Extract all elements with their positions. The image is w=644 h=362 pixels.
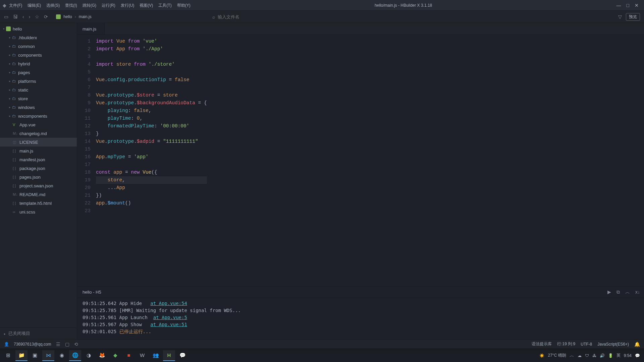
console-tab[interactable]: hello - H5 (81, 290, 103, 295)
encoding[interactable]: UTF-8 (581, 342, 592, 347)
menu-run[interactable]: 运行(R) (99, 0, 118, 11)
app-teams[interactable]: 👥 (150, 350, 162, 361)
console-link[interactable]: at App.vue:5 (153, 315, 187, 320)
chevron-up-icon[interactable]: ︿ (570, 353, 574, 359)
weather-icon[interactable]: ☀️ (539, 353, 544, 358)
app-chrome[interactable]: ◉ (56, 350, 68, 361)
save-icon[interactable]: 🖫 (13, 14, 18, 19)
code-content[interactable]: import Vue from 'vue'import App from './… (96, 35, 207, 286)
maximize-button[interactable]: □ (627, 3, 629, 8)
menu-edit[interactable]: 编辑(E) (25, 0, 44, 11)
file-tree[interactable]: ▾ hello ▸🗀.hbuilderx▸🗀common▸🗀components… (0, 23, 77, 327)
app-chat[interactable]: 💬 (176, 350, 189, 361)
volume-icon[interactable]: 🔊 (600, 353, 605, 358)
closed-projects[interactable]: ▸ 已关闭项目 (0, 327, 77, 339)
file-main.js[interactable]: [ ]main.js (0, 146, 77, 155)
app-word[interactable]: W (136, 350, 148, 361)
console-output[interactable]: 09:51:25.642 App Hide at App.vue:5409:51… (77, 298, 644, 339)
menu-select[interactable]: 选择(S) (44, 0, 62, 11)
language-mode[interactable]: JavaScript(ES6+) (597, 342, 629, 347)
ime-indicator[interactable]: 英 (616, 353, 621, 358)
notifications-icon[interactable]: 💬 (635, 353, 640, 358)
chevron-right-icon[interactable]: ▸ (7, 36, 12, 39)
file-pages.json[interactable]: [ ]pages.json (0, 173, 77, 181)
search-input[interactable] (218, 14, 285, 19)
chevron-right-icon[interactable]: ▸ (7, 88, 12, 92)
external-icon[interactable]: ⧉ (616, 289, 620, 295)
menu-help[interactable]: 帮助(Y) (174, 0, 193, 11)
start-button[interactable]: ⊞ (2, 350, 14, 361)
terminal-icon[interactable]: ▢ (65, 342, 69, 347)
app-steam[interactable]: ◑ (83, 350, 95, 361)
security-icon[interactable]: 🛡 (585, 353, 589, 358)
console-link[interactable]: at App.vue:54 (150, 301, 187, 306)
app-edge[interactable]: 🌐 (69, 350, 81, 361)
menu-find[interactable]: 查找(I) (62, 0, 79, 11)
network-icon[interactable]: 🖧 (592, 353, 596, 358)
onedrive-icon[interactable]: ☁ (578, 353, 582, 358)
play-icon[interactable]: ▶ (607, 289, 611, 295)
file-explorer[interactable]: 📁 (15, 350, 28, 361)
project-root[interactable]: ▾ hello (0, 24, 77, 33)
chevron-right-icon[interactable]: ▸ (7, 79, 12, 83)
user-icon[interactable]: 👤 (4, 342, 9, 347)
weather-text[interactable]: 27°C 晴朗 (548, 353, 566, 358)
chevron-right-icon[interactable]: ▸ (7, 97, 12, 100)
file-uni.scss[interactable]: ∞uni.scss (0, 207, 77, 216)
filter-icon[interactable]: ▽ (618, 14, 622, 19)
chevron-right-icon[interactable]: ▸ (7, 71, 12, 74)
menu-publish[interactable]: 发行(U) (118, 0, 137, 11)
menu-tools[interactable]: 工具(T) (156, 0, 174, 11)
chevron-right-icon[interactable]: ▸ (7, 62, 12, 65)
star-icon[interactable]: ☆ (35, 14, 39, 19)
code-editor[interactable]: 1234567891011121314151617181920212223 im… (77, 35, 644, 286)
menu-view[interactable]: 视图(V) (137, 0, 156, 11)
file-README.md[interactable]: M↓README.md (0, 190, 77, 199)
app-red[interactable]: ■ (123, 350, 135, 361)
file-changelog.md[interactable]: M↓changelog.md (0, 129, 77, 138)
breadcrumb-file[interactable]: main.js (79, 14, 92, 19)
close-panel-icon[interactable]: x↓ (635, 289, 640, 295)
chevron-right-icon[interactable]: ▸ (7, 45, 12, 48)
folder-common[interactable]: ▸🗀common (0, 42, 77, 51)
forward-icon[interactable]: › (29, 14, 31, 19)
user-email[interactable]: 736907613@qq.com (14, 342, 51, 347)
folder-platforms[interactable]: ▸🗀platforms (0, 77, 77, 85)
chevron-right-icon[interactable]: ▸ (7, 106, 12, 109)
chevron-right-icon[interactable]: ▸ (7, 53, 12, 57)
clock[interactable]: 9:54 (624, 353, 632, 358)
breadcrumb-root[interactable]: hello (63, 14, 72, 19)
cursor-position[interactable]: 行:19 列:9 (557, 341, 575, 347)
file-App.vue[interactable]: VApp.vue (0, 120, 77, 129)
back-icon[interactable]: ‹ (22, 14, 24, 19)
tab-main-js[interactable]: main.js (77, 23, 105, 35)
folder-static[interactable]: ▸🗀static (0, 85, 77, 94)
app-green[interactable]: ◆ (109, 350, 121, 361)
folder-components[interactable]: ▸🗀components (0, 51, 77, 59)
chevron-up-icon[interactable]: ︿ (625, 289, 630, 295)
folder-.hbuilderx[interactable]: ▸🗀.hbuilderx (0, 33, 77, 42)
app-firefox[interactable]: 🦊 (96, 350, 108, 361)
battery-icon[interactable]: 🔋 (608, 353, 613, 358)
refresh-icon[interactable]: ⟳ (44, 14, 48, 19)
preview-button[interactable]: 预览 (626, 13, 640, 21)
folder-windows[interactable]: ▸🗀windows (0, 103, 77, 112)
folder-wxcomponents[interactable]: ▸🗀wxcomponents (0, 112, 77, 120)
folder-hybrid[interactable]: ▸🗀hybrid (0, 59, 77, 68)
folder-pages[interactable]: ▸🗀pages (0, 68, 77, 77)
file-package.json[interactable]: [ ]package.json (0, 164, 77, 173)
list-icon[interactable]: ☰ (56, 342, 60, 347)
file-LICENSE[interactable]: ◫LICENSE (0, 138, 77, 146)
file-project.swan.json[interactable]: [ ]project.swan.json (0, 181, 77, 190)
bell-icon[interactable]: 🔔 (634, 342, 640, 347)
chevron-down-icon[interactable]: ▾ (1, 27, 6, 31)
syntax-hint[interactable]: 语法提示库 (532, 341, 552, 347)
close-button[interactable]: ✕ (635, 3, 639, 8)
new-file-icon[interactable]: ▭ (4, 14, 8, 19)
sync-icon[interactable]: ⟲ (74, 342, 78, 347)
console-link[interactable]: at App.vue:51 (150, 322, 187, 327)
app-hbuilder[interactable]: H (163, 350, 175, 361)
file-manifest.json[interactable]: [ ]manifest.json (0, 155, 77, 164)
app-terminal[interactable]: ▣ (29, 350, 41, 361)
minimize-button[interactable]: — (616, 3, 621, 8)
